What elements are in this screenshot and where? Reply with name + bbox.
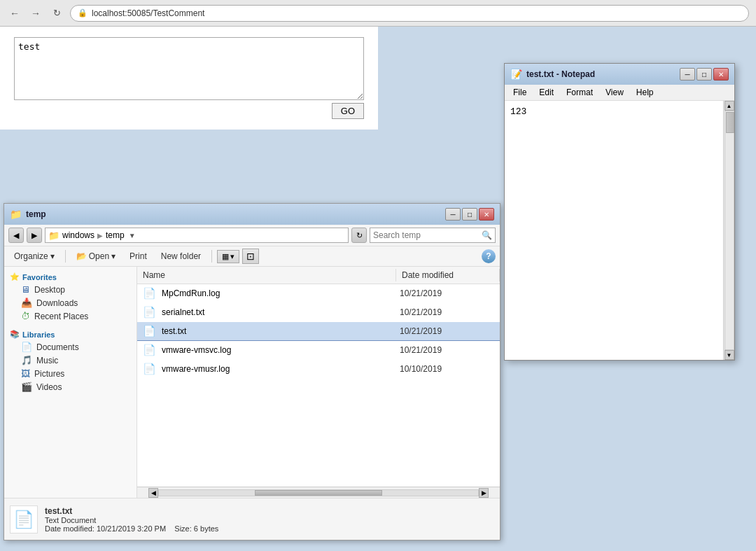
- file-icon: 📄: [143, 306, 156, 319]
- sidebar-item-downloads[interactable]: 📥 Downloads: [4, 296, 136, 309]
- notepad-maximize-button[interactable]: □: [696, 68, 712, 81]
- sidebar-nav: ⭐ Favorites 🖥 Desktop 📥 Downloads ⏱ Rece…: [4, 267, 137, 498]
- notepad-editor[interactable]: 123: [505, 101, 723, 360]
- back-button[interactable]: ←: [7, 6, 22, 21]
- sidebar-item-videos[interactable]: 🎬 Videos: [4, 380, 136, 393]
- file-date: 10/21/2019: [400, 345, 442, 355]
- breadcrumb-dropdown[interactable]: ▼: [127, 232, 137, 239]
- scroll-track[interactable]: [158, 489, 479, 496]
- file-name: vmware-vmusr.log: [162, 364, 400, 374]
- scroll-left-button[interactable]: ◀: [148, 488, 158, 498]
- menu-file[interactable]: File: [507, 86, 532, 99]
- search-input[interactable]: [373, 230, 479, 240]
- notepad-titlebar: 📝 test.txt - Notepad ─ □ ✕: [505, 64, 734, 85]
- menu-format[interactable]: Format: [561, 86, 598, 99]
- file-row[interactable]: 📄 serialnet.txt 10/21/2019: [137, 303, 500, 322]
- scroll-right-button[interactable]: ▶: [479, 488, 489, 498]
- close-button[interactable]: ✕: [479, 208, 494, 221]
- scroll-up-button[interactable]: ▲: [724, 101, 734, 111]
- search-icon-button[interactable]: 🔍: [482, 230, 492, 240]
- open-dropdown-icon: ▾: [111, 251, 115, 261]
- recent-places-icon: ⏱: [21, 311, 30, 321]
- notepad-icon: 📝: [510, 69, 522, 80]
- col-header-date[interactable]: Date modified: [396, 269, 500, 281]
- new-folder-label: New folder: [161, 251, 201, 261]
- col-header-name[interactable]: Name: [137, 269, 396, 281]
- maximize-button[interactable]: □: [462, 208, 477, 221]
- sidebar-item-recent-places[interactable]: ⏱ Recent Places: [4, 309, 136, 323]
- new-folder-button[interactable]: New folder: [155, 250, 206, 263]
- date-modified-value: 10/21/2019 3:20 PM: [97, 524, 166, 533]
- explorer-forward-button[interactable]: ▶: [27, 228, 42, 243]
- notepad-window: 📝 test.txt - Notepad ─ □ ✕ File Edit For…: [504, 63, 735, 361]
- breadcrumb-arrow: ▶: [97, 232, 103, 239]
- sidebar-item-documents[interactable]: 📄 Documents: [4, 340, 136, 354]
- scroll-thumb-v[interactable]: [726, 112, 734, 133]
- forward-button[interactable]: →: [28, 6, 43, 21]
- notepad-window-controls: ─ □ ✕: [680, 68, 729, 81]
- scroll-down-button[interactable]: ▼: [724, 350, 734, 360]
- file-icon: 📄: [143, 325, 156, 337]
- file-icon: 📄: [143, 344, 156, 356]
- help-button[interactable]: ?: [482, 249, 496, 263]
- sidebar-item-desktop[interactable]: 🖥 Desktop: [4, 283, 136, 296]
- folder-title-icon: 📁: [10, 209, 22, 220]
- file-row[interactable]: 📄 MpCmdRun.log 10/21/2019: [137, 284, 500, 303]
- file-rows: 📄 MpCmdRun.log 10/21/2019 📄 serialnet.tx…: [137, 284, 500, 487]
- show-preview-button[interactable]: ⊡: [242, 249, 259, 264]
- status-file-icon: 📄: [10, 505, 38, 533]
- menu-help[interactable]: Help: [631, 86, 659, 99]
- music-label: Music: [36, 356, 58, 365]
- file-name: serialnet.txt: [162, 307, 400, 317]
- open-button[interactable]: 📂 Open ▾: [71, 250, 121, 263]
- explorer-statusbar: 📄 test.txt Text Document Date modified: …: [4, 498, 500, 540]
- explorer-back-button[interactable]: ◀: [8, 228, 24, 243]
- file-date: 10/10/2019: [400, 364, 442, 374]
- browser-chrome: ← → ↻ 🔒 localhost:50085/TestComment: [0, 0, 756, 27]
- favorites-header[interactable]: ⭐ Favorites: [4, 271, 136, 283]
- scroll-track-v[interactable]: [724, 111, 734, 350]
- notepad-title: test.txt - Notepad: [526, 69, 595, 79]
- breadcrumb-root: windows: [62, 230, 94, 240]
- scroll-thumb[interactable]: [255, 490, 382, 496]
- explorer-address-row: ◀ ▶ 📁 windows ▶ temp ▼ ↻ 🔍: [4, 225, 500, 246]
- print-button[interactable]: Print: [124, 250, 153, 263]
- sidebar-item-music[interactable]: 🎵 Music: [4, 354, 136, 367]
- size-label: Size:: [174, 524, 191, 533]
- status-file-glyph: 📄: [13, 510, 34, 529]
- notepad-close-button[interactable]: ✕: [713, 68, 729, 81]
- notepad-menubar: File Edit Format View Help: [505, 85, 734, 101]
- documents-icon: 📄: [21, 342, 32, 352]
- libraries-header[interactable]: 📚 Libraries: [4, 328, 136, 340]
- refresh-button[interactable]: ↻: [49, 6, 64, 21]
- file-date: 10/21/2019: [400, 307, 442, 317]
- lock-icon: 🔒: [78, 8, 88, 18]
- comment-textarea[interactable]: test: [14, 37, 364, 100]
- menu-view[interactable]: View: [600, 86, 629, 99]
- file-name: test.txt: [162, 326, 400, 336]
- view-button[interactable]: ▦ ▾: [217, 250, 239, 263]
- favorites-icon: ⭐: [10, 272, 20, 281]
- file-row[interactable]: 📄 vmware-vmusr.log 10/10/2019: [137, 360, 500, 379]
- view-dropdown-icon: ▾: [230, 252, 234, 261]
- explorer-refresh-button[interactable]: ↻: [351, 228, 367, 243]
- file-row[interactable]: 📄 vmware-vmsvc.log 10/21/2019: [137, 341, 500, 360]
- go-button[interactable]: GO: [332, 103, 364, 119]
- horizontal-scrollbar[interactable]: ◀ ▶: [137, 487, 500, 498]
- menu-edit[interactable]: Edit: [533, 86, 559, 99]
- favorites-section: ⭐ Favorites 🖥 Desktop 📥 Downloads ⏱ Rece…: [4, 271, 136, 323]
- notepad-scrollbar[interactable]: ▲ ▼: [723, 101, 734, 360]
- music-icon: 🎵: [21, 355, 32, 365]
- downloads-icon: 📥: [21, 298, 32, 308]
- libraries-label: Libraries: [22, 330, 55, 339]
- file-row-selected[interactable]: 📄 test.txt 10/21/2019: [137, 322, 500, 341]
- organize-button[interactable]: Organize ▾: [8, 250, 60, 263]
- sidebar-item-pictures[interactable]: 🖼 Pictures: [4, 367, 136, 380]
- notepad-minimize-button[interactable]: ─: [680, 68, 695, 81]
- file-list-area: Name Date modified 📄 MpCmdRun.log 10/21/…: [137, 267, 500, 498]
- videos-label: Videos: [36, 382, 62, 392]
- status-filename: test.txt: [45, 506, 218, 516]
- address-text: localhost:50085/TestComment: [92, 8, 204, 18]
- documents-label: Documents: [36, 342, 79, 352]
- minimize-button[interactable]: ─: [445, 208, 461, 221]
